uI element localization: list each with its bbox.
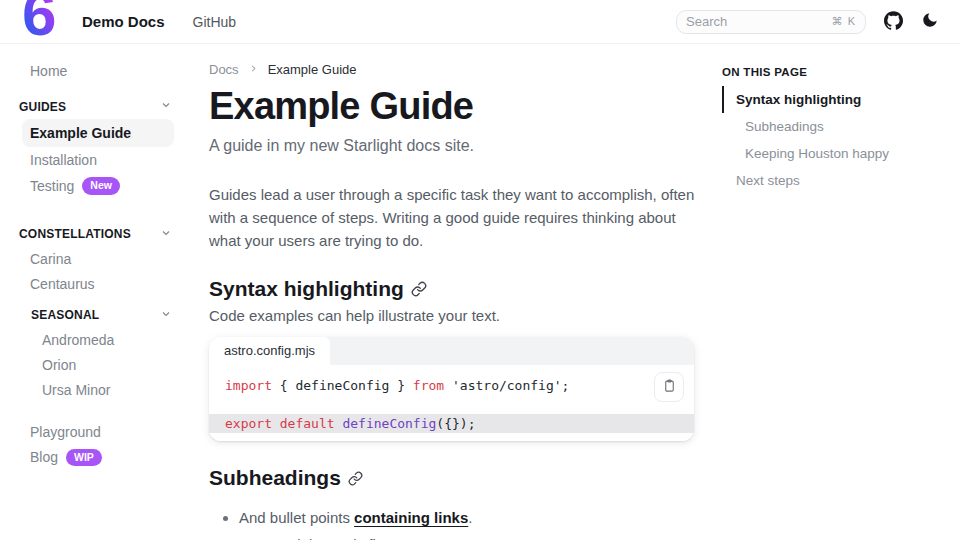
intro-paragraph: Guides lead a user through a specific ta… [209, 184, 698, 252]
sidebar-item-andromeda[interactable]: Andromeda [34, 328, 174, 352]
code-line: import { defineConfig } from 'astro/conf… [209, 376, 694, 395]
code-block-header: astro.config.mjs [209, 337, 694, 365]
code-block: astro.config.mjs import { defineConfig }… [209, 337, 694, 441]
sidebar-group-constellations[interactable]: CONSTELLATIONS [0, 223, 192, 246]
sidebar-item-label: Testing [30, 178, 74, 194]
code-filename-tab: astro.config.mjs [209, 337, 330, 365]
chevron-down-icon [160, 99, 172, 114]
sidebar-item-playground[interactable]: Playground [22, 420, 174, 444]
bullet-list: And bullet points containing links. Or n… [209, 509, 694, 540]
section-heading-subheadings: Subheadings [209, 466, 694, 490]
breadcrumb-docs-link[interactable]: Docs [209, 62, 239, 77]
sidebar-item-blog[interactable]: Blog WIP [22, 445, 174, 471]
header-icons [883, 12, 940, 32]
heading-text: Syntax highlighting [209, 277, 404, 301]
code-block-body: import { defineConfig } from 'astro/conf… [209, 365, 694, 441]
link-icon[interactable] [348, 471, 363, 486]
toc-item-next-steps[interactable]: Next steps [722, 167, 954, 194]
copy-icon [662, 378, 677, 396]
link-icon[interactable] [411, 281, 427, 297]
list-item: And bullet points containing links. [239, 509, 694, 526]
site-logo[interactable]: 6 [22, 0, 72, 44]
on-this-page-panel: ON THIS PAGE Syntax highlighting Subhead… [722, 44, 954, 540]
page-subtitle: A guide in my new Starlight docs site. [209, 137, 694, 155]
chevron-down-icon [160, 227, 172, 242]
copy-button[interactable] [654, 372, 684, 402]
moon-icon [921, 11, 939, 32]
section-heading-syntax-highlighting: Syntax highlighting [209, 277, 694, 301]
containing-links-link[interactable]: containing links [354, 509, 468, 526]
sidebar-item-testing[interactable]: Testing New [22, 173, 174, 199]
sidebar-item-installation[interactable]: Installation [22, 148, 174, 172]
main-content: Docs Example Guide Example Guide A guide… [192, 44, 694, 540]
new-badge: New [82, 177, 120, 195]
sidebar-group-label: CONSTELLATIONS [19, 227, 131, 241]
logo-glyph: 6 [22, 0, 56, 45]
search-placeholder: Search [686, 14, 727, 29]
sidebar-item-home[interactable]: Home [22, 59, 174, 83]
sidebar-item-ursa-minor[interactable]: Ursa Minor [34, 378, 174, 402]
bullet-text: Or not, plain text is fine too. [239, 536, 422, 540]
toc-item-syntax-highlighting[interactable]: Syntax highlighting [722, 86, 954, 113]
wip-badge: WIP [66, 449, 102, 467]
list-item: Or not, plain text is fine too. [239, 536, 694, 540]
github-icon-button[interactable] [883, 12, 903, 32]
sidebar-item-label: Blog [30, 449, 58, 465]
code-line-highlighted: export default defineConfig({}); [209, 414, 694, 433]
breadcrumb: Docs Example Guide [209, 62, 694, 77]
sidebar: Home GUIDES Example Guide Installation T… [0, 44, 192, 540]
sidebar-group-label: GUIDES [19, 100, 66, 114]
bullet-text: . [468, 509, 472, 526]
search-input[interactable]: Search ⌘ K [676, 10, 866, 34]
sidebar-group-guides[interactable]: GUIDES [0, 95, 192, 118]
code-line-empty [209, 395, 694, 414]
site-title[interactable]: Demo Docs [82, 13, 165, 30]
toc-item-subheadings[interactable]: Subheadings [722, 113, 954, 140]
page-title: Example Guide [209, 85, 694, 128]
toc-item-keeping-houston-happy[interactable]: Keeping Houston happy [722, 140, 954, 167]
toc-list: Syntax highlighting Subheadings Keeping … [722, 86, 954, 194]
sidebar-group-seasonal[interactable]: SEASONAL [0, 304, 192, 327]
chevron-right-icon [248, 62, 259, 77]
sidebar-spacer [0, 403, 192, 419]
bullet-text: And bullet points [239, 509, 354, 526]
theme-toggle-button[interactable] [920, 12, 940, 32]
search-shortcut: ⌘ K [832, 15, 856, 28]
site-header: 6 Demo Docs GitHub Search ⌘ K [0, 0, 960, 44]
sidebar-group-label: SEASONAL [31, 308, 99, 322]
github-icon [884, 11, 903, 33]
section-lead: Code examples can help illustrate your t… [209, 307, 694, 324]
toc-heading: ON THIS PAGE [722, 66, 954, 78]
sidebar-item-centaurus[interactable]: Centaurus [22, 272, 174, 296]
sidebar-item-example-guide[interactable]: Example Guide [22, 119, 174, 147]
chevron-down-icon [160, 308, 172, 323]
heading-text: Subheadings [209, 466, 341, 490]
sidebar-item-carina[interactable]: Carina [22, 247, 174, 271]
nav-link-github[interactable]: GitHub [193, 14, 237, 30]
sidebar-item-orion[interactable]: Orion [34, 353, 174, 377]
breadcrumb-current: Example Guide [268, 62, 357, 77]
